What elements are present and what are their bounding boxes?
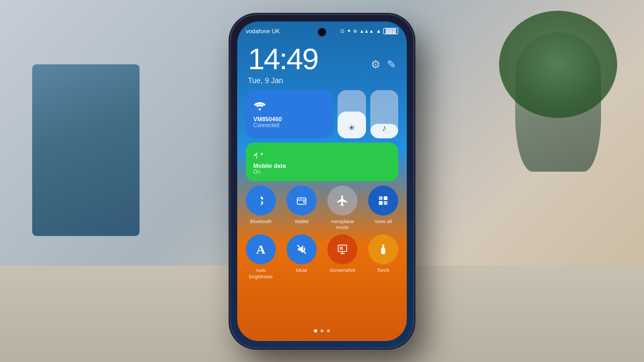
carrier-text: vodafone UK [246,28,280,34]
edit-icon[interactable]: ✎ [387,58,396,71]
svg-rect-2 [303,201,305,203]
dot-2 [320,329,324,333]
wifi-status: Connected [253,122,279,128]
circle-row-2: A Autobrightness Mute [246,234,398,279]
settings-icon[interactable]: ⚙ [371,58,380,71]
time-display: 14:49 [248,44,318,74]
background-plant-leaves [499,11,617,118]
sliders-group: ☀ ♪ [338,90,398,138]
dot-3 [327,329,330,333]
svg-rect-5 [379,201,383,205]
dot-1 [314,329,317,333]
screenshot-circle [327,234,357,264]
mobile-data-status: On [253,169,260,175]
time-action-icons: ⚙ ✎ [371,58,396,71]
tiles-row-1: VM850460 Connected ☀ ♪ [246,90,398,138]
wifi-tile[interactable]: VM850460 Connected [246,90,333,138]
time-section: 14:49 Tue, 9 Jan ⚙ ✎ [248,44,396,85]
mute-circle [287,234,317,264]
screenshot-button[interactable]: Screenshot [327,234,357,279]
wallet-label: Wallet [295,218,309,224]
svg-rect-10 [382,245,384,247]
circle-row-1: Bluetooth Wallet [246,186,398,231]
svg-rect-4 [384,196,387,200]
bluetooth-label: Bluetooth [250,218,272,224]
svg-rect-9 [340,247,343,250]
camera-hole [319,29,325,35]
aeroplane-button[interactable]: Aeroplanemode [327,186,357,231]
svg-rect-1 [297,198,306,204]
page-dots [314,329,330,333]
wifi-status-icon: ▲ [376,28,381,34]
aeroplane-label: Aeroplanemode [331,218,354,231]
quick-settings-area: VM850460 Connected ☀ ♪ [246,90,398,320]
brightness-icon: ☀ [348,123,355,133]
mobile-data-name: Mobile data [253,162,286,169]
phone-screen: vodafone UK ⊡ ✦ ⊗ ▲▲▲ ▲ ▓▓▓ 14:49 Tue, 9… [237,21,407,341]
volume-slider[interactable]: ♪ [370,90,398,138]
phone-frame: vodafone UK ⊡ ✦ ⊗ ▲▲▲ ▲ ▓▓▓ 14:49 Tue, 9… [231,15,413,348]
viewall-button[interactable]: View all [368,186,398,231]
bluetooth-button[interactable]: Bluetooth [246,186,276,231]
wifi-name: VM850460 [253,116,282,122]
date-display: Tue, 9 Jan [248,76,318,85]
nfc-icon: ⊡ [340,28,345,34]
signal-icon: ▲▲▲ [360,28,374,34]
viewall-circle [368,186,398,216]
mute-button[interactable]: Mute [287,234,317,279]
svg-rect-3 [379,196,383,200]
wallet-circle [287,186,317,216]
data-icon: ⊗ [353,28,357,34]
mobile-data-tile[interactable]: Mobile data On [246,143,398,181]
music-icon: ♪ [382,123,386,133]
brightness-slider[interactable]: ☀ [338,90,365,138]
autobrightness-circle: A [246,234,276,264]
wifi-tile-icon [253,100,266,114]
bluetooth-status-icon: ✦ [347,28,351,34]
mute-label: Mute [296,267,307,273]
status-icons: ⊡ ✦ ⊗ ▲▲▲ ▲ ▓▓▓ [340,28,398,34]
torch-label: Torch [377,267,389,273]
torch-button[interactable]: Torch [368,234,398,279]
screenshot-label: Screenshot [330,267,355,273]
mobile-data-icon [253,149,264,161]
battery-icon: ▓▓▓ [383,28,398,34]
autobrightness-button[interactable]: A Autobrightness [246,234,276,279]
tiles-row-2: Mobile data On [246,143,398,181]
svg-rect-6 [384,201,387,205]
bluetooth-circle [246,186,276,216]
background-box [32,64,140,236]
scene: vodafone UK ⊡ ✦ ⊗ ▲▲▲ ▲ ▓▓▓ 14:49 Tue, 9… [0,0,644,362]
viewall-label: View all [375,218,392,224]
torch-circle [368,234,398,264]
wallet-button[interactable]: Wallet [287,186,317,231]
aeroplane-circle [327,186,357,216]
svg-point-0 [259,108,261,110]
autobrightness-label: Autobrightness [249,267,273,279]
